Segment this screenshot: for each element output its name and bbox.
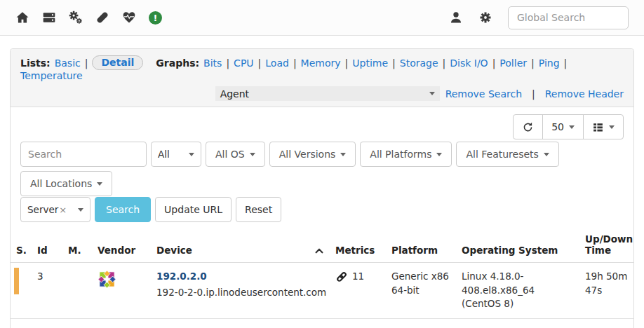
filter-all-os-dropdown[interactable]: All OS bbox=[206, 142, 265, 167]
chevron-down-icon bbox=[340, 153, 346, 156]
graph-link-temperature[interactable]: Temperature bbox=[20, 70, 83, 81]
refresh-button[interactable] bbox=[513, 114, 543, 139]
list-view-icon bbox=[592, 121, 604, 133]
list-detail-active[interactable]: Detail bbox=[92, 55, 143, 70]
filter-label: All Locations bbox=[30, 178, 92, 189]
separator: | bbox=[392, 57, 396, 69]
col-m[interactable]: M. bbox=[62, 231, 92, 263]
panel-header: Lists: Basic | Detail Graphs: Bits | CPU… bbox=[11, 49, 633, 107]
separator: | bbox=[85, 57, 88, 69]
graph-link-cpu[interactable]: CPU bbox=[234, 57, 253, 69]
home-icon[interactable] bbox=[15, 11, 29, 25]
graph-link-uptime[interactable]: Uptime bbox=[352, 57, 388, 69]
devices-icon[interactable] bbox=[42, 11, 56, 25]
page-size-dropdown[interactable]: 50 bbox=[542, 114, 584, 139]
link-icon bbox=[335, 271, 348, 283]
filter-all-locations-dropdown[interactable]: All Locations bbox=[20, 171, 112, 196]
search-button[interactable]: Search bbox=[95, 197, 151, 222]
settings-gear-icon[interactable] bbox=[478, 11, 492, 25]
view-mode-dropdown[interactable] bbox=[583, 114, 624, 139]
device-type-select[interactable]: Server× bbox=[20, 197, 90, 222]
graph-link-load[interactable]: Load bbox=[265, 57, 289, 69]
status-warning-bar bbox=[14, 268, 19, 294]
separator: | bbox=[258, 57, 262, 69]
table-toolbar: 50 bbox=[11, 107, 633, 139]
filter-all-platforms-dropdown[interactable]: All Platforms bbox=[360, 142, 452, 167]
chevron-down-icon bbox=[250, 153, 255, 156]
apps-gears-icon[interactable] bbox=[69, 11, 83, 25]
pagination-row: « < 1 > » Showing 1 to 1 of 1 entries bbox=[11, 319, 633, 328]
filter-row-2: Server× Search Update URL Reset bbox=[20, 197, 624, 222]
device-search-input[interactable] bbox=[20, 142, 147, 167]
col-metrics[interactable]: Metrics bbox=[330, 231, 386, 263]
filter-row-1: All All OS All Versions All Platforms Al… bbox=[20, 142, 624, 196]
separator: | bbox=[532, 88, 535, 100]
agent-select-value: Agent bbox=[220, 88, 249, 100]
list-basic-link[interactable]: Basic bbox=[55, 57, 81, 69]
type-tag: Server× bbox=[27, 204, 72, 215]
group-select-value: All bbox=[158, 149, 170, 160]
chevron-down-icon bbox=[436, 153, 442, 156]
device-row[interactable]: 3 bbox=[11, 263, 633, 319]
type-tag-label: Server bbox=[27, 204, 58, 215]
col-status[interactable]: S. bbox=[11, 231, 32, 263]
navbar-menu: ! bbox=[15, 11, 162, 25]
page-size-value: 50 bbox=[551, 121, 564, 132]
device-hostname: 192-0-2-0.ip.linodeusercontent.com bbox=[156, 286, 324, 300]
devices-table: S. Id M. Vendor Device Metrics Platform … bbox=[11, 231, 633, 319]
centos-logo-icon bbox=[98, 270, 116, 289]
graph-link-diskio[interactable]: Disk I/O bbox=[450, 57, 488, 69]
col-device[interactable]: Device bbox=[151, 231, 330, 263]
separator: | bbox=[443, 57, 446, 69]
reset-button[interactable]: Reset bbox=[236, 197, 281, 222]
filter-label: All Platforms bbox=[370, 149, 431, 160]
alerts-icon[interactable]: ! bbox=[149, 11, 162, 25]
metrics-cell: 11 bbox=[330, 263, 386, 319]
chevron-down-icon bbox=[429, 92, 435, 95]
col-vendor[interactable]: Vendor bbox=[92, 231, 151, 263]
maintenance-cell bbox=[62, 263, 92, 319]
vendor-cell bbox=[92, 263, 151, 319]
separator: | bbox=[345, 57, 349, 69]
agent-select[interactable]: Agent bbox=[215, 86, 440, 101]
updown-cell: 19h 50m 47s bbox=[579, 263, 633, 319]
remove-search-link[interactable]: Remove Search bbox=[445, 88, 522, 100]
filter-label: All Versions bbox=[279, 149, 336, 160]
graphs-label: Graphs: bbox=[156, 57, 199, 69]
chevron-down-icon bbox=[97, 182, 102, 186]
filter-bar: All All OS All Versions All Platforms Al… bbox=[11, 139, 633, 222]
graph-link-memory[interactable]: Memory bbox=[301, 57, 341, 69]
top-navbar: ! bbox=[0, 0, 644, 36]
graph-link-ping[interactable]: Ping bbox=[539, 57, 560, 69]
filter-label: All OS bbox=[215, 149, 245, 160]
remove-header-link[interactable]: Remove Header bbox=[545, 88, 624, 100]
health-heart-icon[interactable] bbox=[122, 11, 136, 25]
device-link[interactable]: 192.0.2.0 bbox=[156, 271, 207, 282]
toolbar-button-group: 50 bbox=[513, 114, 624, 139]
user-icon[interactable] bbox=[449, 11, 463, 25]
col-os[interactable]: Operating System bbox=[456, 231, 579, 263]
col-device-label: Device bbox=[156, 245, 192, 256]
links-chain-icon[interactable] bbox=[95, 11, 109, 25]
separator: | bbox=[293, 57, 297, 69]
graph-link-bits[interactable]: Bits bbox=[203, 57, 222, 69]
filter-all-featuresets-dropdown[interactable]: All Featuresets bbox=[456, 142, 558, 167]
chevron-down-icon bbox=[569, 125, 575, 129]
update-url-button[interactable]: Update URL bbox=[155, 197, 232, 222]
graph-link-storage[interactable]: Storage bbox=[400, 57, 438, 69]
separator: | bbox=[492, 57, 496, 69]
device-id-cell: 3 bbox=[32, 263, 62, 319]
remove-tag-icon[interactable]: × bbox=[59, 205, 67, 215]
separator: | bbox=[564, 57, 568, 69]
col-platform[interactable]: Platform bbox=[386, 231, 456, 263]
global-search-input[interactable] bbox=[508, 6, 629, 29]
group-select[interactable]: All bbox=[151, 142, 201, 167]
sort-ascending-icon bbox=[314, 246, 324, 256]
lists-graphs-row: Lists: Basic | Detail Graphs: Bits | CPU… bbox=[20, 55, 624, 81]
graph-link-poller[interactable]: Poller bbox=[499, 57, 527, 69]
col-id[interactable]: Id bbox=[32, 231, 62, 263]
table-header-row: S. Id M. Vendor Device Metrics Platform … bbox=[11, 231, 633, 263]
filter-all-versions-dropdown[interactable]: All Versions bbox=[269, 142, 356, 167]
col-updown[interactable]: Up/Down Time bbox=[579, 231, 633, 263]
metrics-count[interactable]: 11 bbox=[352, 270, 364, 284]
